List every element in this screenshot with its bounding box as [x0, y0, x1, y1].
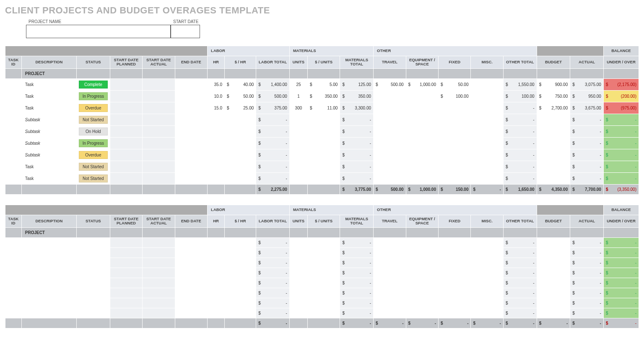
cell[interactable]: [374, 102, 406, 114]
cell[interactable]: $900.00: [537, 78, 570, 90]
cell[interactable]: [471, 298, 503, 308]
cell[interactable]: [471, 161, 503, 172]
cell[interactable]: Subtask: [21, 137, 76, 149]
cell[interactable]: [503, 227, 537, 237]
cell[interactable]: [224, 114, 256, 125]
cell[interactable]: [5, 308, 22, 318]
cell[interactable]: $-: [256, 247, 290, 258]
cell[interactable]: [439, 247, 471, 258]
cell[interactable]: $-: [256, 172, 290, 184]
cell[interactable]: [289, 137, 307, 149]
cell[interactable]: [175, 288, 208, 298]
cell[interactable]: $100.00: [503, 90, 537, 102]
cell[interactable]: $-: [256, 268, 290, 278]
cell[interactable]: [110, 308, 142, 318]
cell[interactable]: Task: [21, 102, 76, 114]
cell[interactable]: [110, 298, 142, 308]
cell[interactable]: [143, 172, 175, 184]
cell[interactable]: [175, 172, 208, 184]
cell[interactable]: [175, 78, 208, 90]
cell[interactable]: [406, 278, 438, 288]
cell[interactable]: $-: [503, 137, 537, 149]
cell[interactable]: $-: [503, 268, 537, 278]
cell[interactable]: [208, 172, 225, 184]
cell[interactable]: $750.00: [537, 90, 570, 102]
cell[interactable]: [289, 298, 307, 308]
cell[interactable]: [224, 227, 256, 237]
cell[interactable]: [143, 125, 175, 137]
cell[interactable]: $50.00: [224, 90, 256, 102]
cell[interactable]: Task: [21, 78, 76, 90]
project-name-input[interactable]: [26, 25, 171, 38]
balance-cell[interactable]: $-: [603, 247, 639, 258]
cell[interactable]: [406, 68, 438, 78]
cell[interactable]: [406, 125, 438, 137]
cell[interactable]: [537, 149, 570, 161]
cell[interactable]: [439, 227, 471, 237]
cell[interactable]: [307, 227, 340, 237]
cell[interactable]: [439, 172, 471, 184]
cell[interactable]: [224, 278, 256, 288]
cell[interactable]: $-: [570, 247, 604, 258]
cell[interactable]: [175, 114, 208, 125]
balance-cell[interactable]: $-: [603, 237, 639, 247]
cell[interactable]: $-: [570, 278, 604, 288]
cell[interactable]: [175, 102, 208, 114]
cell[interactable]: $-: [570, 308, 604, 318]
cell[interactable]: [208, 125, 225, 137]
cell[interactable]: [224, 149, 256, 161]
cell[interactable]: $-: [570, 258, 604, 268]
cell[interactable]: [224, 137, 256, 149]
cell[interactable]: [224, 258, 256, 268]
cell[interactable]: [289, 247, 307, 258]
status-cell[interactable]: Not Started: [77, 114, 110, 125]
cell[interactable]: [374, 125, 406, 137]
cell[interactable]: [340, 227, 374, 237]
cell[interactable]: [110, 161, 142, 172]
cell[interactable]: 25: [289, 78, 307, 90]
cell[interactable]: [5, 237, 22, 247]
cell[interactable]: [471, 247, 503, 258]
cell[interactable]: [5, 227, 22, 237]
cell[interactable]: [256, 227, 290, 237]
cell[interactable]: [537, 172, 570, 184]
balance-cell[interactable]: $-: [603, 172, 639, 184]
cell[interactable]: Subtask: [21, 114, 76, 125]
cell[interactable]: $-: [340, 114, 374, 125]
cell[interactable]: [289, 237, 307, 247]
cell[interactable]: [374, 288, 406, 298]
cell[interactable]: [110, 258, 142, 268]
cell[interactable]: Task: [21, 90, 76, 102]
cell[interactable]: $-: [340, 125, 374, 137]
cell[interactable]: [110, 137, 142, 149]
cell[interactable]: [289, 308, 307, 318]
cell[interactable]: [439, 102, 471, 114]
cell[interactable]: Task: [21, 161, 76, 172]
cell[interactable]: [208, 258, 225, 268]
cell[interactable]: [307, 149, 340, 161]
cell[interactable]: [175, 161, 208, 172]
cell[interactable]: [307, 68, 340, 78]
cell[interactable]: [224, 172, 256, 184]
balance-cell[interactable]: $-: [603, 137, 639, 149]
balance-cell[interactable]: $(975.00): [603, 102, 639, 114]
cell[interactable]: $40.00: [224, 78, 256, 90]
cell[interactable]: $-: [503, 288, 537, 298]
cell[interactable]: $-: [570, 149, 604, 161]
cell[interactable]: $3,675.00: [570, 102, 604, 114]
cell[interactable]: $-: [570, 172, 604, 184]
cell[interactable]: $375.00: [256, 102, 290, 114]
cell[interactable]: [110, 278, 142, 288]
status-cell[interactable]: Complete: [77, 78, 110, 90]
cell[interactable]: [471, 227, 503, 237]
cell[interactable]: [175, 298, 208, 308]
cell[interactable]: [224, 308, 256, 318]
cell[interactable]: [110, 78, 142, 90]
cell[interactable]: $350.00: [340, 90, 374, 102]
balance-cell[interactable]: $(2,175.00): [603, 78, 639, 90]
cell[interactable]: [537, 288, 570, 298]
balance-cell[interactable]: $-: [603, 288, 639, 298]
cell[interactable]: [537, 258, 570, 268]
cell[interactable]: [143, 78, 175, 90]
cell[interactable]: [224, 125, 256, 137]
